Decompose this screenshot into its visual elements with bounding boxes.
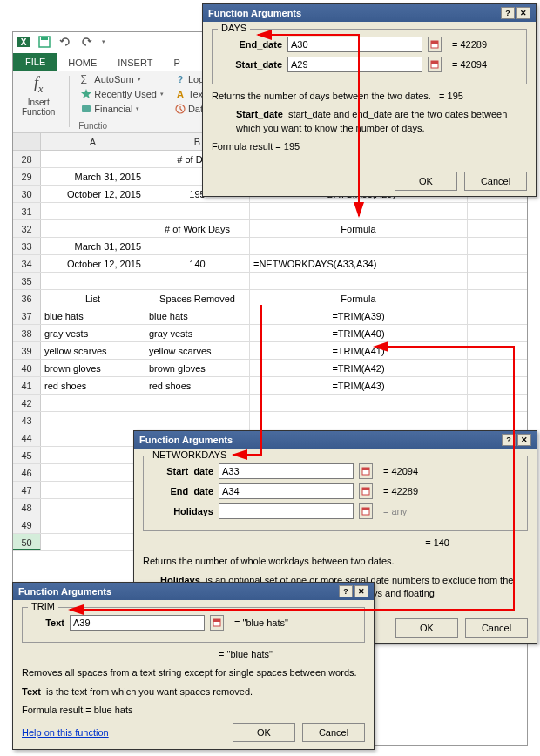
row-header[interactable]: 35 bbox=[13, 273, 41, 289]
cell[interactable] bbox=[145, 412, 250, 429]
cell[interactable]: Formula bbox=[250, 290, 468, 307]
cell[interactable] bbox=[250, 273, 468, 289]
cell[interactable] bbox=[41, 203, 145, 219]
row-header[interactable]: 49 bbox=[13, 516, 41, 533]
cell[interactable]: red shoes bbox=[41, 377, 145, 394]
cancel-button[interactable]: Cancel bbox=[465, 618, 528, 638]
cell[interactable]: =NETWORKDAYS(A33,A34) bbox=[250, 255, 468, 272]
cell[interactable] bbox=[145, 395, 250, 411]
cell[interactable] bbox=[250, 238, 468, 254]
help-link[interactable]: Help on this function bbox=[22, 727, 109, 738]
dialog-title-bar[interactable]: Function Arguments ? ✕ bbox=[203, 4, 536, 22]
cell[interactable]: 140 bbox=[145, 255, 250, 272]
cell[interactable] bbox=[41, 273, 145, 289]
close-button[interactable]: ✕ bbox=[516, 7, 530, 19]
help-button[interactable]: ? bbox=[501, 7, 515, 19]
row-header[interactable]: 40 bbox=[13, 360, 41, 376]
cell[interactable] bbox=[250, 412, 468, 429]
row-header[interactable]: 30 bbox=[13, 186, 41, 202]
row-header[interactable]: 39 bbox=[13, 342, 41, 359]
row-header[interactable]: 47 bbox=[13, 482, 41, 498]
help-button[interactable]: ? bbox=[502, 434, 516, 446]
row-header[interactable]: 43 bbox=[13, 412, 41, 429]
refedit-button[interactable] bbox=[359, 463, 373, 479]
cell[interactable]: Formula bbox=[250, 220, 468, 237]
cell[interactable]: =TRIM(A40) bbox=[250, 325, 468, 341]
cell[interactable] bbox=[41, 220, 145, 237]
cancel-button[interactable]: Cancel bbox=[464, 172, 527, 191]
row-header[interactable]: 46 bbox=[13, 464, 41, 481]
select-all-corner[interactable] bbox=[13, 133, 41, 150]
cell[interactable]: Spaces Removed bbox=[145, 290, 250, 307]
cancel-button[interactable]: Cancel bbox=[302, 723, 365, 742]
cell[interactable] bbox=[41, 412, 145, 429]
cell[interactable]: red shoes bbox=[145, 377, 250, 394]
refedit-button[interactable] bbox=[359, 483, 373, 499]
cell[interactable] bbox=[41, 395, 145, 411]
cell[interactable] bbox=[41, 151, 145, 167]
help-button[interactable]: ? bbox=[339, 585, 353, 597]
row-header[interactable]: 36 bbox=[13, 290, 41, 307]
cell[interactable]: yellow scarves bbox=[145, 342, 250, 359]
cell[interactable] bbox=[41, 447, 145, 463]
autosum-button[interactable]: ∑AutoSum▾ bbox=[78, 72, 142, 86]
cell[interactable]: October 12, 2015 bbox=[41, 186, 145, 202]
cell[interactable] bbox=[145, 203, 250, 219]
tab-file[interactable]: FILE bbox=[13, 53, 57, 71]
cell[interactable]: List bbox=[41, 290, 145, 307]
undo-icon[interactable] bbox=[58, 35, 72, 49]
cell[interactable]: blue hats bbox=[145, 307, 250, 324]
row-header[interactable]: 50 bbox=[13, 534, 41, 550]
row-header[interactable]: 28 bbox=[13, 151, 41, 167]
row-header[interactable]: 29 bbox=[13, 168, 41, 185]
start-date-input[interactable] bbox=[219, 463, 354, 479]
dialog-title-bar[interactable]: Function Arguments ? ✕ bbox=[134, 431, 537, 449]
end-date-input[interactable] bbox=[287, 37, 422, 52]
cell[interactable]: brown gloves bbox=[41, 360, 145, 376]
row-header[interactable]: 31 bbox=[13, 203, 41, 219]
financial-button[interactable]: Financial▾ bbox=[78, 102, 141, 116]
cell[interactable] bbox=[145, 238, 250, 254]
close-button[interactable]: ✕ bbox=[354, 585, 368, 597]
ok-button[interactable]: OK bbox=[395, 618, 458, 638]
close-button[interactable]: ✕ bbox=[517, 434, 531, 446]
row-header[interactable]: 44 bbox=[13, 429, 41, 446]
row-header[interactable]: 32 bbox=[13, 220, 41, 237]
cell[interactable] bbox=[41, 499, 145, 516]
cell[interactable] bbox=[41, 516, 145, 533]
ok-button[interactable]: OK bbox=[233, 723, 295, 742]
end-date-input[interactable] bbox=[219, 483, 354, 499]
cell[interactable]: blue hats bbox=[41, 307, 145, 324]
row-header[interactable]: 37 bbox=[13, 307, 41, 324]
refedit-button[interactable] bbox=[428, 57, 442, 72]
cell[interactable] bbox=[250, 203, 468, 219]
cell[interactable] bbox=[41, 464, 145, 481]
save-icon[interactable] bbox=[37, 35, 51, 49]
cell[interactable]: October 12, 2015 bbox=[41, 255, 145, 272]
insert-function-button[interactable]: fx InsertFunction bbox=[17, 72, 60, 118]
recently-used-button[interactable]: Recently Used▾ bbox=[78, 87, 165, 101]
column-header-a[interactable]: A bbox=[41, 133, 145, 150]
cell[interactable] bbox=[145, 273, 250, 289]
cell[interactable] bbox=[41, 482, 145, 498]
refedit-button[interactable] bbox=[359, 503, 373, 519]
dialog-title-bar[interactable]: Function Arguments ? ✕ bbox=[13, 583, 374, 600]
cell[interactable]: # of Work Days bbox=[145, 220, 250, 237]
row-header[interactable]: 38 bbox=[13, 325, 41, 341]
ok-button[interactable]: OK bbox=[395, 172, 457, 191]
cell[interactable]: =TRIM(A43) bbox=[250, 377, 468, 394]
row-header[interactable]: 48 bbox=[13, 499, 41, 516]
cell[interactable]: =TRIM(A42) bbox=[250, 360, 468, 376]
cell[interactable]: =TRIM(A39) bbox=[250, 307, 468, 324]
cell[interactable]: brown gloves bbox=[145, 360, 250, 376]
cell[interactable] bbox=[41, 534, 145, 550]
start-date-input[interactable] bbox=[287, 57, 422, 72]
redo-icon[interactable] bbox=[79, 35, 93, 49]
cell[interactable]: gray vests bbox=[41, 325, 145, 341]
cell[interactable]: gray vests bbox=[145, 325, 250, 341]
cell[interactable] bbox=[250, 395, 468, 411]
cell[interactable]: yellow scarves bbox=[41, 342, 145, 359]
tab-page[interactable]: P bbox=[163, 55, 190, 71]
cell[interactable]: March 31, 2015 bbox=[41, 168, 145, 185]
tab-insert[interactable]: INSERT bbox=[107, 55, 163, 71]
